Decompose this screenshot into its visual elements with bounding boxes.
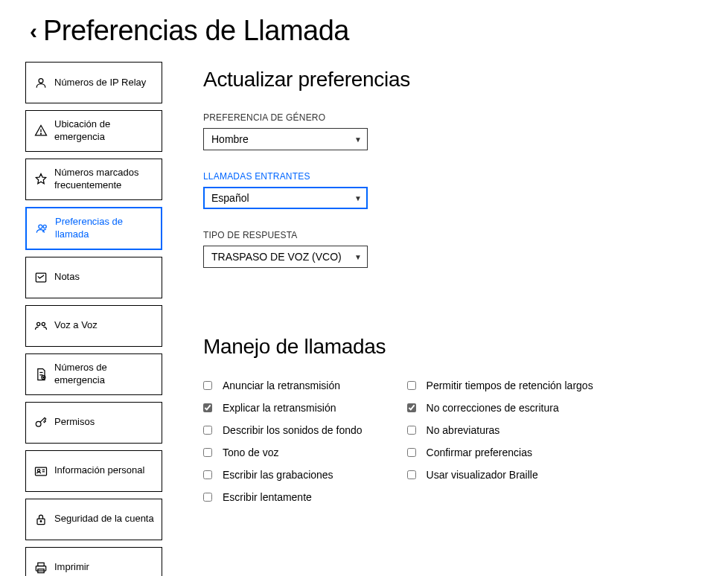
- svg-rect-14: [36, 467, 47, 476]
- incoming-select[interactable]: Español: [203, 187, 368, 209]
- back-button[interactable]: ‹: [30, 19, 37, 44]
- page-title: Preferencias de Llamada: [43, 15, 349, 47]
- checkbox-input[interactable]: [203, 448, 212, 457]
- sidebar-item-emergency-location[interactable]: Ubicación de emergencia: [25, 110, 162, 152]
- sidebar-item-ip-relay[interactable]: Números de IP Relay: [25, 62, 162, 103]
- checkbox-input[interactable]: [203, 403, 212, 412]
- sidebar-item-label: Números de emergencia: [54, 362, 154, 387]
- sidebar-item-permissions[interactable]: Permisos: [25, 402, 162, 444]
- svg-point-19: [40, 520, 42, 522]
- doc-icon: [33, 367, 48, 382]
- checkbox-announce-relay[interactable]: Anunciar la retransmisión: [203, 380, 363, 391]
- field-answer-type: TIPO DE RESPUESTA TRASPASO DE VOZ (VCO) …: [203, 230, 706, 268]
- checkbox-input[interactable]: [407, 403, 416, 412]
- checkbox-input[interactable]: [203, 493, 212, 502]
- checkbox-label: No abreviaturas: [427, 424, 500, 436]
- checkbox-label: Confirmar preferencias: [427, 447, 532, 458]
- incoming-label: LLAMADAS ENTRANTES: [203, 171, 706, 182]
- sidebar-item-label: Información personal: [54, 464, 154, 477]
- gender-select[interactable]: Hombre: [203, 128, 368, 150]
- voice-icon: [33, 319, 48, 333]
- sidebar-item-notes[interactable]: Notas: [25, 257, 162, 298]
- page-header: ‹ Preferencias de Llamada: [0, 0, 728, 54]
- sidebar-item-account-security[interactable]: Seguridad de la cuenta: [25, 499, 162, 540]
- note-icon: [33, 270, 48, 285]
- checkbox-input[interactable]: [203, 381, 212, 390]
- checkbox-no-abbrev[interactable]: No abreviaturas: [407, 424, 593, 436]
- section-title-update: Actualizar preferencias: [203, 68, 706, 92]
- sidebar-item-personal-info[interactable]: Información personal: [25, 450, 162, 492]
- svg-point-3: [39, 225, 42, 228]
- sidebar-item-label: Voz a Voz: [54, 319, 154, 332]
- checkbox-input[interactable]: [407, 426, 416, 435]
- checkbox-write-recordings[interactable]: Escribir las grabaciones: [203, 469, 363, 481]
- svg-point-0: [39, 79, 43, 83]
- people-icon: [34, 221, 49, 236]
- lock-icon: [33, 512, 48, 527]
- checkbox-label: Tono de voz: [223, 447, 279, 458]
- checkbox-confirm-prefs[interactable]: Confirmar preferencias: [407, 447, 593, 458]
- gender-label: PREFERENCIA DE GÉNERO: [203, 112, 706, 123]
- checkbox-input[interactable]: [407, 448, 416, 457]
- checkbox-column-2: Permitir tiempos de retención largos No …: [407, 380, 593, 503]
- checkbox-label: Explicar la retransmisión: [223, 402, 336, 414]
- sidebar-item-label: Números marcados frecuentemente: [54, 167, 154, 192]
- sidebar-item-print[interactable]: Imprimir: [25, 547, 162, 576]
- checkbox-input[interactable]: [203, 426, 212, 435]
- checkbox-no-corrections[interactable]: No correcciones de escritura: [407, 402, 593, 414]
- sidebar-item-voice-to-voice[interactable]: Voz a Voz: [25, 305, 162, 347]
- sidebar-item-label: Ubicación de emergencia: [54, 118, 154, 144]
- sidebar-item-label: Notas: [54, 271, 154, 284]
- checkbox-describe-sounds[interactable]: Describir los sonidos de fondo: [203, 424, 363, 436]
- svg-point-6: [37, 322, 40, 325]
- key-icon: [33, 415, 48, 430]
- field-gender: PREFERENCIA DE GÉNERO Hombre ▼: [203, 112, 706, 150]
- id-icon: [33, 464, 48, 479]
- field-incoming: LLAMADAS ENTRANTES Español ▼: [203, 171, 706, 209]
- checkbox-label: Usar visualizador Braille: [427, 469, 538, 481]
- checkbox-long-hold[interactable]: Permitir tiempos de retención largos: [407, 380, 593, 391]
- people-icon: [33, 75, 48, 90]
- star-icon: [33, 172, 48, 187]
- answer-type-label: TIPO DE RESPUESTA: [203, 230, 706, 240]
- print-icon: [33, 560, 48, 575]
- checkbox-label: Escribir lentamente: [223, 491, 312, 503]
- checkbox-input[interactable]: [407, 381, 416, 390]
- checkbox-label: Permitir tiempos de retención largos: [427, 380, 593, 391]
- section-title-handling: Manejo de llamadas: [203, 335, 706, 359]
- checkbox-input[interactable]: [203, 470, 212, 479]
- checkbox-label: Escribir las grabaciones: [223, 469, 333, 481]
- svg-point-2: [41, 133, 42, 134]
- checkbox-braille[interactable]: Usar visualizador Braille: [407, 469, 593, 481]
- checkbox-write-slowly[interactable]: Escribir lentamente: [203, 491, 363, 503]
- warning-icon: [33, 124, 48, 138]
- svg-point-7: [42, 322, 45, 325]
- sidebar-item-label: Imprimir: [54, 561, 154, 574]
- checkbox-tone-of-voice[interactable]: Tono de voz: [203, 447, 363, 458]
- checkbox-input[interactable]: [407, 470, 416, 479]
- sidebar-item-label: Preferencias de llamada: [55, 216, 153, 241]
- svg-point-13: [36, 421, 41, 426]
- checkbox-label: No correcciones de escritura: [427, 402, 559, 414]
- checkbox-explain-relay[interactable]: Explicar la retransmisión: [203, 402, 363, 414]
- checkbox-label: Anunciar la retransmisión: [223, 380, 340, 391]
- sidebar-item-call-preferences[interactable]: Preferencias de llamada: [25, 207, 162, 250]
- sidebar-item-label: Números de IP Relay: [54, 77, 154, 89]
- svg-point-15: [37, 469, 39, 471]
- sidebar-item-label: Permisos: [54, 416, 154, 429]
- checkbox-label: Describir los sonidos de fondo: [223, 424, 363, 436]
- sidebar-item-emergency-numbers[interactable]: Números de emergencia: [25, 353, 162, 395]
- svg-point-4: [43, 225, 46, 228]
- sidebar-item-label: Seguridad de la cuenta: [54, 513, 154, 525]
- sidebar-item-frequent-numbers[interactable]: Números marcados frecuentemente: [25, 159, 162, 200]
- sidebar: Números de IP Relay Ubicación de emergen…: [25, 62, 162, 576]
- checkbox-column-1: Anunciar la retransmisión Explicar la re…: [203, 380, 363, 503]
- main-content: Actualizar preferencias PREFERENCIA DE G…: [203, 62, 706, 576]
- answer-type-select[interactable]: TRASPASO DE VOZ (VCO): [203, 246, 368, 268]
